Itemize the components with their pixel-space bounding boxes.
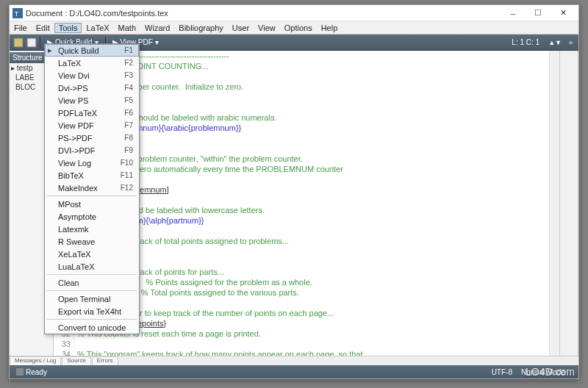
code-line[interactable]: ounter resets to zero automatically ever…	[77, 164, 549, 174]
menu-wizard[interactable]: Wizard	[140, 23, 174, 33]
svg-text:T: T	[15, 10, 19, 17]
code-line[interactable]	[77, 256, 549, 267]
menu-item-label: PS->PDF	[58, 134, 124, 143]
menu-item-asymptote[interactable]: Asymptote	[45, 210, 139, 223]
menu-item-dvi-pdf[interactable]: DVI->PDFF9	[45, 144, 139, 157]
menu-help[interactable]: Help	[317, 23, 343, 33]
bottom-tab[interactable]: Messages / Log	[10, 356, 61, 365]
menu-item-view-ps[interactable]: View PSF5	[45, 94, 139, 107]
menu-view[interactable]: View	[254, 23, 280, 33]
menu-item-export-via-tex4ht[interactable]: Export via TeX4ht	[45, 305, 139, 317]
svg-rect-3	[27, 38, 36, 47]
tools-menu-dropdown: ▸Quick BuildF1LaTeXF2View DviF3Dvi->PSF4…	[44, 43, 140, 334]
menu-item-label: BibTeX	[58, 171, 121, 180]
menu-item-pdflatex[interactable]: PDFLaTeXF6	[45, 107, 139, 119]
maximize-button[interactable]: ☐	[526, 6, 551, 21]
code-line[interactable]	[77, 143, 549, 154]
menu-item-view-pdf[interactable]: View PDFF7	[45, 119, 139, 132]
menu-item-latexmk[interactable]: Latexmk	[45, 223, 139, 235]
pdf-panel	[559, 51, 578, 356]
menu-item-dvi-ps[interactable]: Dvi->PSF4	[45, 82, 139, 94]
code-line[interactable]: % This "program" keeps track of how many…	[77, 349, 549, 356]
menu-options[interactable]: Options	[280, 23, 317, 33]
code-line[interactable]: the problem number counter. Initialize t…	[77, 82, 549, 92]
menu-item-label: Asymptote	[58, 212, 133, 221]
code-line[interactable]: % Make a counter to keep track of the nu…	[77, 308, 549, 318]
code-line[interactable]: ounters to keep track of points for part…	[77, 267, 549, 277]
code-line[interactable]	[77, 226, 549, 236]
code-line[interactable]: emented.	[77, 174, 549, 184]
menu-item-view-dvi[interactable]: View DviF3	[45, 69, 139, 82]
cursor-position: L: 1 C: 1	[507, 38, 544, 46]
code-line[interactable]: mand{\thepartnum}{\alph{partnum}}	[77, 215, 549, 226]
menu-item-convert-to-unicode[interactable]: Convert to unicode	[45, 321, 139, 334]
code-line[interactable]: % This counter is reset each time a page…	[77, 328, 549, 339]
menu-divider	[47, 290, 137, 291]
code-line[interactable]: \newcounter{pagepoints}	[77, 318, 549, 328]
code-line[interactable]: er{problemnum}	[77, 92, 549, 102]
menu-item-label: View PS	[58, 96, 124, 105]
code-line[interactable]	[77, 102, 549, 112]
code-line[interactable]: er{partnum}[problemnum]	[77, 184, 549, 195]
menu-item-mpost[interactable]: MPost	[45, 198, 139, 210]
vertical-scrollbar[interactable]	[549, 51, 559, 356]
menu-item-shortcut: F1	[124, 46, 133, 54]
code-line[interactable]: er{totalparts} % Total points assigned t…	[77, 287, 549, 298]
menu-item-latex[interactable]: LaTeXF2	[45, 57, 139, 69]
tool-icon[interactable]	[26, 37, 37, 48]
tool-icon[interactable]	[12, 37, 24, 48]
status-encoding: UTF-8	[492, 368, 512, 376]
close-button[interactable]: ✕	[551, 6, 576, 21]
overflow-icon[interactable]: »	[566, 39, 576, 46]
menu-item-label: MPost	[58, 200, 133, 209]
bottom-tab[interactable]: Errors	[92, 356, 118, 365]
menu-item-ps-pdf[interactable]: PS->PDFF8	[45, 132, 139, 144]
code-line[interactable]: counter to keep track of total points as…	[77, 236, 549, 246]
bottom-tab[interactable]: Source	[62, 356, 90, 365]
status-ready: Ready	[26, 368, 47, 376]
menu-edit[interactable]: Edit	[32, 23, 54, 33]
menu-file[interactable]: File	[10, 23, 32, 33]
code-line[interactable]: the part-within-a-problem counter, "with…	[77, 154, 549, 164]
menu-item-clean[interactable]: Clean	[45, 276, 139, 289]
menu-item-shortcut: F12	[121, 184, 133, 192]
code-area[interactable]: % --------------------------------------…	[74, 51, 549, 356]
collapse-icon[interactable]: ▲▼	[545, 39, 564, 46]
minimize-button[interactable]: –	[501, 6, 526, 21]
menu-item-makeindex[interactable]: MakeIndexF12	[45, 182, 139, 194]
code-line[interactable]: er{totalpoints}	[77, 246, 549, 256]
menu-item-view-log[interactable]: View LogF10	[45, 157, 139, 169]
menu-item-label: View Log	[58, 159, 121, 168]
menu-item-label: View PDF	[58, 121, 124, 130]
menu-item-r-sweave[interactable]: R Sweave	[45, 235, 139, 248]
menu-item-lualatex[interactable]: LuaLaTeX	[45, 260, 139, 273]
menu-math[interactable]: Math	[114, 23, 140, 33]
code-line[interactable]	[77, 339, 549, 349]
svg-rect-4	[16, 368, 24, 376]
code-line[interactable]: y that parts should be labeled with lowe…	[77, 205, 549, 215]
window-title: Document : D:/LO4D.com/testpoints.tex	[26, 9, 501, 18]
menu-user[interactable]: User	[228, 23, 254, 33]
status-icon	[14, 366, 26, 378]
menu-tools[interactable]: Tools	[54, 23, 82, 33]
code-line[interactable]	[77, 133, 549, 143]
menu-divider	[47, 195, 137, 196]
menu-item-label: Quick Build	[58, 46, 124, 55]
menu-bibliography[interactable]: Bibliography	[174, 23, 228, 33]
menu-item-xelatex[interactable]: XeLaTeX	[45, 248, 139, 260]
menu-item-open-terminal[interactable]: Open Terminal	[45, 292, 139, 305]
app-icon: T	[12, 8, 23, 18]
code-line[interactable]: % --------------------------------------…	[77, 51, 549, 61]
code-line[interactable]: y that problems should be labeled with a…	[77, 112, 549, 123]
menu-item-label: DVI->PDF	[58, 146, 124, 155]
code-line[interactable]: M, PART, AND POINT COUNTING...	[77, 61, 549, 71]
menu-item-bibtex[interactable]: BibTeXF11	[45, 169, 139, 182]
code-line[interactable]	[77, 195, 549, 205]
code-line[interactable]: er{curprobpts} % Points assigned for the…	[77, 277, 549, 287]
code-line[interactable]: mand{\theproblemnum}{\arabic{problemnum}…	[77, 123, 549, 133]
code-line[interactable]	[77, 71, 549, 82]
code-line[interactable]	[77, 298, 549, 308]
menu-item-label: Clean	[58, 279, 133, 287]
menu-item-quick-build[interactable]: ▸Quick BuildF1	[45, 44, 139, 57]
menu-latex[interactable]: LaTeX	[82, 23, 113, 33]
